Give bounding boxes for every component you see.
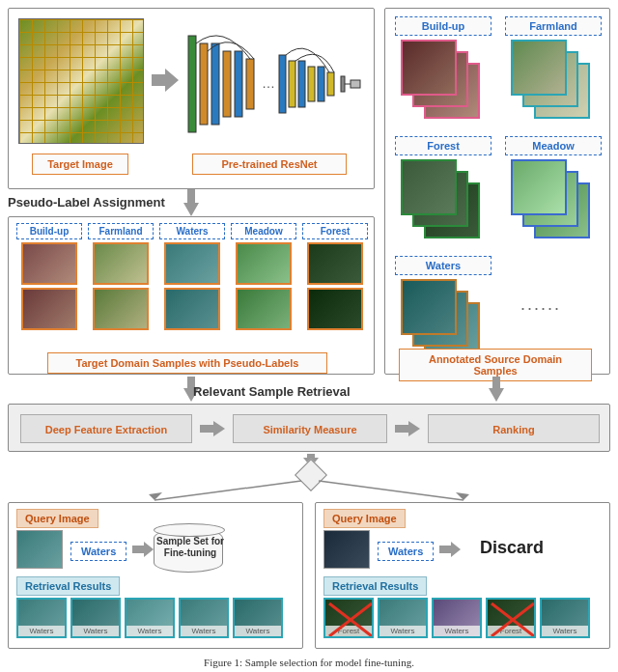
svg-line-25 — [319, 481, 464, 500]
discard-label: Discard — [480, 538, 544, 558]
result-tile: Waters — [378, 598, 428, 638]
sample-tile — [401, 40, 457, 96]
split-lines — [145, 473, 473, 506]
svg-rect-9 — [289, 61, 295, 107]
source-group: Build-up — [395, 16, 492, 122]
sample-tile — [164, 288, 220, 330]
source-group-title: Forest — [395, 136, 492, 155]
svg-rect-1 — [188, 36, 196, 132]
pseudo-caption: Target Domain Samples with Pseudo-Labels — [47, 352, 327, 374]
arrow-right-icon — [395, 421, 420, 436]
sample-tile — [164, 242, 220, 285]
arrow-right-icon — [439, 542, 461, 557]
svg-marker-20 — [200, 421, 225, 436]
svg-marker-17 — [183, 189, 199, 216]
sample-tile — [21, 242, 77, 285]
source-stack — [401, 159, 483, 241]
retrieval-step: Similarity Measure — [233, 414, 387, 443]
pseudo-column: Farmland — [88, 223, 154, 333]
pseudo-class-title: Forest — [302, 223, 368, 239]
svg-rect-5 — [235, 51, 242, 117]
cross-icon — [325, 600, 372, 636]
panel-pseudo-labels: Build-up Farmland Waters Meadow Forest T… — [8, 216, 375, 375]
pseudo-class-title: Build-up — [16, 223, 82, 239]
sample-tile — [401, 159, 457, 215]
result-tile: Waters — [179, 598, 229, 638]
svg-rect-15 — [351, 80, 360, 88]
svg-rect-10 — [298, 61, 305, 107]
sample-tile — [93, 242, 149, 285]
pseudo-class-title: Farmland — [88, 223, 154, 239]
sample-tile — [236, 288, 292, 330]
query-label: Query Image — [16, 509, 98, 528]
source-stack — [511, 159, 593, 241]
retrieval-results-label: Retrieval Results — [16, 576, 120, 596]
result-tile: Forest — [486, 598, 536, 638]
source-stack — [401, 40, 483, 122]
svg-rect-11 — [308, 67, 315, 101]
source-group-title: Build-up — [395, 16, 492, 36]
sample-tile — [511, 40, 567, 96]
svg-line-23 — [154, 481, 301, 500]
svg-marker-19 — [489, 377, 504, 402]
retrieval-step: Deep Feature Extraction — [20, 414, 192, 443]
svg-rect-3 — [211, 43, 219, 125]
sample-tile — [236, 242, 292, 285]
pseudo-column: Meadow — [231, 223, 296, 333]
source-group-title: Meadow — [505, 136, 602, 155]
result-tile: Waters — [233, 598, 283, 638]
retrieval-heading: Relevant Sample Retrieval — [193, 384, 351, 399]
cross-icon — [488, 600, 534, 636]
retrieval-row: Waters Waters Waters Waters Waters — [16, 598, 283, 638]
svg-rect-2 — [200, 43, 208, 125]
target-image-grid — [19, 19, 143, 143]
sample-tile — [307, 288, 363, 330]
pseudo-column: Forest — [302, 223, 368, 333]
source-group: Waters — [395, 256, 492, 361]
ellipsis-icon: ······ — [520, 298, 561, 319]
result-tile: Waters — [540, 598, 590, 638]
svg-marker-21 — [395, 421, 420, 436]
svg-rect-4 — [223, 51, 231, 117]
svg-rect-8 — [279, 55, 286, 113]
svg-marker-28 — [439, 542, 461, 557]
query-tile — [323, 530, 370, 569]
svg-rect-13 — [327, 72, 334, 96]
query-tile — [16, 530, 63, 569]
svg-rect-12 — [318, 67, 324, 101]
target-image — [18, 18, 144, 144]
pseudo-heading: Pseudo-Label Assignment — [8, 195, 165, 210]
result-tile: Waters — [16, 598, 67, 638]
pseudo-column: Build-up — [16, 223, 82, 333]
retrieval-results-label: Retrieval Results — [323, 576, 427, 596]
resnet-diagram: … — [184, 26, 366, 142]
arrow-right-icon — [200, 421, 225, 436]
sample-tile — [511, 159, 567, 215]
source-group-title: Waters — [395, 256, 492, 275]
figure-caption: Figure 1: Sample selection for model fin… — [0, 657, 618, 668]
query-category: Waters — [378, 542, 434, 561]
source-group-title: Farmland — [505, 16, 602, 36]
svg-rect-14 — [341, 76, 345, 92]
panel-result-discard: Query Image Waters Discard Retrieval Res… — [315, 502, 610, 649]
retrieval-row: Forest Waters Waters Forest Waters — [323, 598, 590, 638]
result-tile: Waters — [125, 598, 175, 638]
pseudo-class-title: Waters — [159, 223, 225, 239]
source-stack — [511, 40, 593, 122]
svg-text:…: … — [262, 75, 275, 91]
sample-tile — [21, 288, 77, 330]
pseudo-class-title: Meadow — [231, 223, 296, 239]
result-tile: Waters — [432, 598, 482, 638]
source-group: Farmland — [505, 16, 602, 122]
sample-tile — [93, 288, 149, 330]
sample-set-label: Sample Set for Fine-tuning — [146, 536, 235, 559]
query-category: Waters — [70, 542, 126, 561]
arrow-down-icon — [489, 377, 504, 402]
panel-retrieval: Deep Feature Extraction Similarity Measu… — [8, 404, 610, 452]
panel-source-samples: Build-up Farmland Forest Mead — [384, 8, 610, 375]
query-label: Query Image — [323, 509, 406, 528]
pseudo-column: Waters — [159, 223, 225, 333]
source-group: Forest — [395, 136, 492, 241]
svg-marker-0 — [152, 69, 179, 92]
result-tile: Waters — [70, 598, 121, 638]
